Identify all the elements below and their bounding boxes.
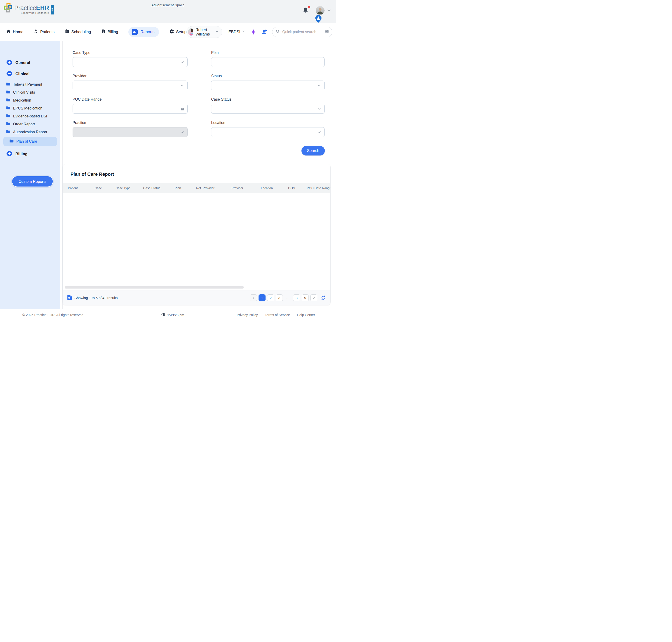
plus-circle-icon xyxy=(6,60,12,66)
nav-item-home[interactable]: Home xyxy=(6,29,23,35)
plan-input[interactable] xyxy=(211,57,324,67)
add-patient-icon[interactable] xyxy=(261,29,267,35)
sidebar-item-medication[interactable]: Medication xyxy=(0,97,60,104)
filter-label: Location xyxy=(211,121,325,125)
chevron-down-icon xyxy=(317,83,321,88)
table-body-empty xyxy=(63,193,330,286)
sidebar-item-evidence-based-dsi[interactable]: Evidence-based DSI xyxy=(0,112,60,120)
practice-code: EBDSI xyxy=(228,30,240,34)
help-center-link[interactable]: Help Center xyxy=(297,313,315,317)
plus-circle-icon xyxy=(6,151,12,157)
case-status-select[interactable] xyxy=(211,104,325,114)
plan-of-care-report-card: Plan of Care Report Patient Case Case Ty… xyxy=(63,164,331,305)
chevron-down-icon xyxy=(180,130,185,134)
filter-status: Status xyxy=(211,74,325,90)
folder-icon xyxy=(9,139,14,144)
sidebar-item-televisit-payment[interactable]: Televisit Payment xyxy=(0,80,60,89)
chevron-down-icon xyxy=(215,30,219,34)
filter-plan: Plan xyxy=(211,51,325,67)
user-avatar[interactable] xyxy=(316,6,325,15)
sidebar-item-order-report[interactable]: Order Report xyxy=(0,120,60,128)
page-footer: © 2025 Practice EHR. All rights reserved… xyxy=(0,309,336,321)
folder-icon xyxy=(6,122,11,127)
user-menu[interactable]: Robert Williams xyxy=(186,26,222,38)
case-type-select[interactable] xyxy=(73,57,188,67)
provider-select[interactable] xyxy=(73,80,188,90)
refresh-icon[interactable] xyxy=(321,295,326,300)
horizontal-scrollbar[interactable] xyxy=(65,286,244,288)
nav-item-patients[interactable]: Patients xyxy=(34,29,54,35)
sidebar-item-plan-of-care[interactable]: Plan of Care xyxy=(3,137,57,146)
sidebar-section-clinical[interactable]: Clinical xyxy=(0,69,60,79)
pagination-page-3[interactable]: 3 xyxy=(276,294,283,301)
nav-item-setup[interactable]: Setup xyxy=(169,29,186,35)
user-menu-avatar xyxy=(188,28,193,36)
pagination-page-2[interactable]: 2 xyxy=(267,294,274,301)
sidebar-item-clinical-visits[interactable]: Clinical Visits xyxy=(0,89,60,97)
custom-reports-button[interactable]: Custom Reports xyxy=(12,176,53,187)
gear-icon xyxy=(169,29,174,35)
ai-sparkle-button[interactable] xyxy=(251,29,256,35)
excel-export-icon[interactable] xyxy=(67,295,71,301)
pagination-ellipsis: … xyxy=(285,294,291,301)
column-header-dos: DOS xyxy=(281,186,302,190)
report-title: Plan of Care Report xyxy=(63,164,330,183)
current-time: 1:43:26 pm xyxy=(167,313,184,317)
calendar-icon xyxy=(180,107,185,111)
sidebar-section-billing[interactable]: Billing xyxy=(0,150,60,159)
pagination-next-button[interactable] xyxy=(310,294,317,301)
filter-label: POC Date Range xyxy=(73,97,188,102)
folder-icon xyxy=(6,90,11,95)
practice-select-disabled xyxy=(73,127,188,137)
filter-poc-date-range: POC Date Range xyxy=(73,97,188,114)
column-header-provider: Provider xyxy=(222,186,253,190)
location-pin-icon[interactable] xyxy=(315,15,321,24)
column-header-poc-date-range: POC Date Range xyxy=(302,186,331,190)
filter-form: Case Type Plan Provider xyxy=(73,51,325,137)
quick-patient-search xyxy=(272,27,332,37)
nav-item-billing[interactable]: Billing xyxy=(101,29,118,35)
results-count-text: Showing 1 to 5 of 42 results xyxy=(75,296,118,300)
chevron-down-icon xyxy=(317,106,321,111)
pagination-page-9[interactable]: 9 xyxy=(302,294,309,301)
terms-of-service-link[interactable]: Terms of Service xyxy=(265,313,290,317)
user-name: Robert Williams xyxy=(196,27,213,36)
reports-chart-icon xyxy=(132,29,138,35)
column-header-patient: Patient xyxy=(63,186,87,190)
sidebar-section-general[interactable]: General xyxy=(0,58,60,67)
search-icon xyxy=(276,29,280,35)
search-button[interactable]: Search xyxy=(302,146,325,155)
nav-item-reports[interactable]: Reports xyxy=(128,27,159,37)
sidebar-item-epcs-medication[interactable]: EPCS Medication xyxy=(0,104,60,112)
search-input[interactable] xyxy=(282,30,325,34)
folder-icon xyxy=(6,98,11,103)
pagination-prev-button[interactable] xyxy=(250,294,257,301)
patients-icon xyxy=(34,29,38,35)
chevron-down-icon xyxy=(317,130,321,134)
folder-icon xyxy=(6,82,11,87)
notifications-bell-button[interactable] xyxy=(302,7,309,14)
chevron-down-icon xyxy=(180,60,185,64)
status-select[interactable] xyxy=(211,80,325,90)
sidebar-item-authorization-report[interactable]: Authorization Report xyxy=(0,128,60,136)
minus-circle-icon xyxy=(6,71,12,77)
filter-sliders-icon[interactable] xyxy=(325,29,329,35)
folder-icon xyxy=(6,106,11,111)
pagination-page-8[interactable]: 8 xyxy=(293,294,300,301)
home-icon xyxy=(6,29,11,35)
filter-label: Status xyxy=(211,74,325,78)
pagination-page-1[interactable]: 1 xyxy=(259,294,265,301)
nav-item-scheduling[interactable]: Scheduling xyxy=(65,29,91,35)
clock-icon xyxy=(161,312,166,318)
reports-sidebar: General Clinical Televisit Payment Clini… xyxy=(0,41,60,309)
billing-receipt-icon xyxy=(101,29,106,35)
practice-selector[interactable]: EBDSI xyxy=(228,29,246,34)
location-select[interactable] xyxy=(211,127,325,137)
privacy-policy-link[interactable]: Privacy Policy xyxy=(237,313,258,317)
pagination: 1 2 3 … 8 9 xyxy=(250,294,326,301)
poc-date-range-input[interactable] xyxy=(73,104,188,114)
filter-label: Plan xyxy=(211,51,325,55)
folder-icon xyxy=(6,114,11,119)
column-header-case: Case xyxy=(87,186,109,190)
chevron-down-icon[interactable] xyxy=(327,8,331,13)
